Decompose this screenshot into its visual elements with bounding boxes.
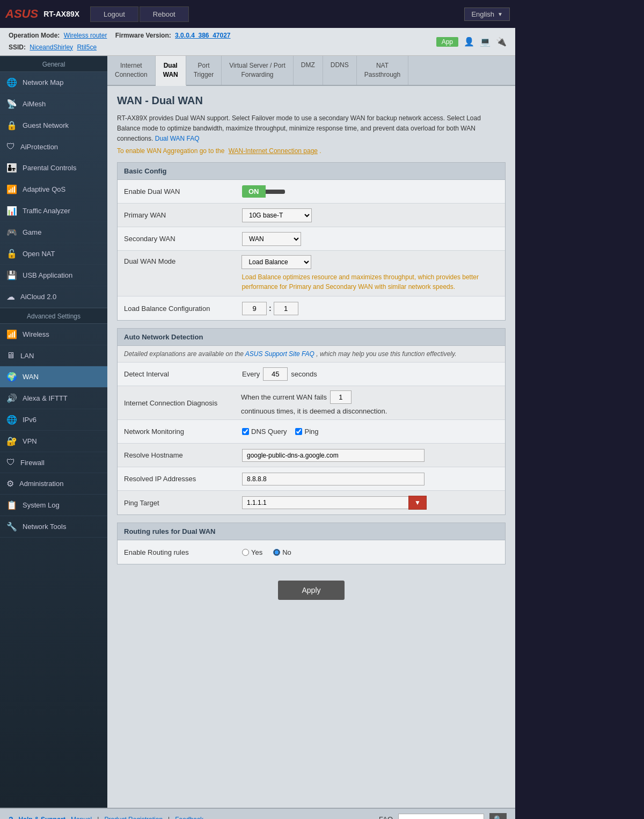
ssid2-link[interactable]: Rtil5ce: [77, 44, 97, 51]
sidebar-item-traffic-analyzer[interactable]: 📊 Traffic Analyzer: [0, 200, 107, 222]
sidebar-item-guest-network[interactable]: 🔒 Guest Network: [0, 115, 107, 136]
usb-icon[interactable]: 🔌: [496, 37, 507, 47]
internet-diag-value: When the current WAN fails continuous ti…: [241, 390, 499, 415]
sidebar-item-wan[interactable]: 🌍 WAN: [0, 366, 107, 388]
sidebar-item-system-log[interactable]: 📋 System Log: [0, 495, 107, 516]
logout-button[interactable]: Logout: [90, 6, 138, 22]
resolve-hostname-value[interactable]: [242, 449, 425, 462]
apply-button[interactable]: Apply: [278, 581, 344, 600]
app-button[interactable]: App: [436, 37, 458, 47]
product-registration-link[interactable]: Product Registration: [104, 816, 163, 819]
routing-yes-radio[interactable]: [242, 549, 249, 556]
routing-rules-section: Routing rules for Dual WAN Enable Routin…: [117, 523, 506, 564]
ssid-link[interactable]: NiceandShirley: [30, 44, 73, 51]
dual-wan-faq-link[interactable]: Dual WAN FAQ: [155, 135, 200, 142]
help-support-link[interactable]: Help & Support: [19, 816, 65, 819]
sidebar-item-usb-application[interactable]: 💾 USB Application: [0, 265, 107, 286]
primary-wan-value[interactable]: 10G base-T WAN USB: [242, 208, 312, 222]
sidebar-item-network-map[interactable]: 🌐 Network Map: [0, 72, 107, 93]
sidebar-item-aimesh[interactable]: 📡 AiMesh: [0, 93, 107, 115]
tab-ddns[interactable]: DDNS: [323, 56, 357, 85]
detect-seconds-label: seconds: [291, 370, 317, 378]
resolved-ip-input[interactable]: [242, 473, 425, 485]
firmware-label: Firmware Version:: [115, 32, 171, 39]
routing-no-radio[interactable]: [273, 549, 280, 556]
dns-query-checkbox[interactable]: [242, 428, 249, 435]
primary-wan-select[interactable]: 10G base-T WAN USB: [242, 208, 312, 222]
routing-no-label[interactable]: No: [273, 548, 291, 556]
routing-yes-text: Yes: [251, 548, 262, 556]
ping-checkbox-label[interactable]: Ping: [295, 427, 318, 436]
sidebar-label-ipv6: IPv6: [23, 416, 36, 424]
sidebar-item-wireless[interactable]: 📶 Wireless: [0, 324, 107, 345]
aimesh-icon: 📡: [6, 99, 17, 109]
wan-agg-period: .: [319, 147, 321, 155]
language-selector[interactable]: English ▼: [464, 8, 510, 21]
dns-query-text: DNS Query: [251, 427, 287, 436]
tab-port-trigger[interactable]: PortTrigger: [186, 56, 222, 85]
load-balance-input-2[interactable]: [274, 302, 298, 315]
config-row-secondary-wan: Secondary WAN WAN 10G base-T USB: [118, 227, 505, 251]
detect-seconds-input[interactable]: [263, 367, 288, 381]
dns-query-checkbox-label[interactable]: DNS Query: [242, 427, 287, 436]
info-bar-right: App 👤 💻 🔌: [436, 37, 507, 47]
sidebar-item-ipv6[interactable]: 🌐 IPv6: [0, 409, 107, 431]
ping-checkbox[interactable]: [295, 428, 302, 435]
user-icon[interactable]: 👤: [464, 37, 474, 47]
config-row-resolved-ip: Resolved IP Addresses: [118, 467, 505, 491]
sidebar-item-administration[interactable]: ⚙ Administration: [0, 473, 107, 495]
operation-mode-link[interactable]: Wireless router: [64, 32, 107, 39]
sidebar-item-open-nat[interactable]: 🔓 Open NAT: [0, 243, 107, 265]
tab-dual-wan[interactable]: DualWAN: [156, 56, 186, 86]
sidebar-item-game[interactable]: 🎮 Game: [0, 222, 107, 243]
sidebar-item-vpn[interactable]: 🔐 VPN: [0, 431, 107, 452]
faq-label: FAQ: [379, 815, 393, 819]
sidebar-item-aicloud[interactable]: ☁ AiCloud 2.0: [0, 286, 107, 308]
sidebar-item-network-tools[interactable]: 🔧 Network Tools: [0, 516, 107, 538]
resolved-ip-value[interactable]: [242, 473, 425, 485]
faq-search-button[interactable]: 🔍: [489, 813, 507, 819]
enable-dual-wan-toggle[interactable]: ON: [242, 185, 285, 198]
apply-row: Apply: [117, 572, 506, 611]
tab-virtual-server[interactable]: Virtual Server / PortForwarding: [222, 56, 293, 85]
page-content: WAN - Dual WAN RT-AX89X provides Dual WA…: [107, 86, 515, 620]
dual-wan-mode-select[interactable]: Load Balance Failover: [241, 255, 311, 269]
ping-target-input[interactable]: [242, 496, 408, 509]
ping-target-dropdown-btn[interactable]: ▼: [408, 496, 427, 510]
sidebar-item-firewall[interactable]: 🛡 Firewall: [0, 452, 107, 473]
wan-agg-link[interactable]: WAN-Internet Connection page: [229, 147, 318, 155]
sidebar-item-alexa-ifttt[interactable]: 🔊 Alexa & IFTTT: [0, 388, 107, 409]
internet-diag-input[interactable]: [330, 390, 352, 404]
firmware-version-link[interactable]: 3.0.0.4_386_47027: [175, 32, 230, 39]
reboot-button[interactable]: Reboot: [140, 6, 189, 22]
sidebar-item-parental-controls[interactable]: 👨‍👧 Parental Controls: [0, 157, 107, 179]
secondary-wan-label: Secondary WAN: [124, 235, 242, 243]
auto-network-section: Auto Network Detection Detailed explanat…: [117, 328, 506, 515]
sidebar-item-aiprotection[interactable]: 🛡 AiProtection: [0, 136, 107, 157]
sidebar-label-vpn: VPN: [23, 437, 37, 445]
tab-dmz[interactable]: DMZ: [294, 56, 323, 85]
secondary-wan-select[interactable]: WAN 10G base-T USB: [242, 232, 301, 246]
basic-config-section: Basic Config Enable Dual WAN ON Primary …: [117, 162, 506, 321]
network-icon[interactable]: 💻: [480, 37, 491, 47]
tab-nat-passthrough[interactable]: NATPassthrough: [357, 56, 408, 85]
feedback-link[interactable]: Feedback: [175, 816, 203, 819]
toggle-off-area: [266, 190, 285, 194]
routing-yes-label[interactable]: Yes: [242, 548, 262, 556]
sidebar-label-open-nat: Open NAT: [23, 250, 55, 258]
resolve-hostname-input[interactable]: [242, 449, 425, 462]
dual-wan-mode-value: Load Balance Failover Load Balance optim…: [241, 255, 499, 292]
config-row-network-monitoring: Network Monitoring DNS Query Ping: [118, 420, 505, 444]
load-balance-input-1[interactable]: [242, 302, 267, 315]
faq-search-input[interactable]: [398, 814, 484, 819]
adaptive-qos-icon: 📶: [6, 184, 17, 194]
tab-internet-connection[interactable]: InternetConnection: [107, 56, 156, 85]
sidebar-item-adaptive-qos[interactable]: 📶 Adaptive QoS: [0, 179, 107, 200]
manual-link[interactable]: Manual: [71, 816, 92, 819]
alexa-ifttt-icon: 🔊: [6, 393, 17, 403]
separator-2: |: [168, 816, 170, 819]
secondary-wan-value[interactable]: WAN 10G base-T USB: [242, 232, 301, 246]
asus-support-faq-link[interactable]: ASUS Support Site FAQ: [245, 350, 314, 358]
sidebar-item-lan[interactable]: 🖥 LAN: [0, 345, 107, 366]
operation-mode-label: Operation Mode:: [9, 32, 60, 39]
